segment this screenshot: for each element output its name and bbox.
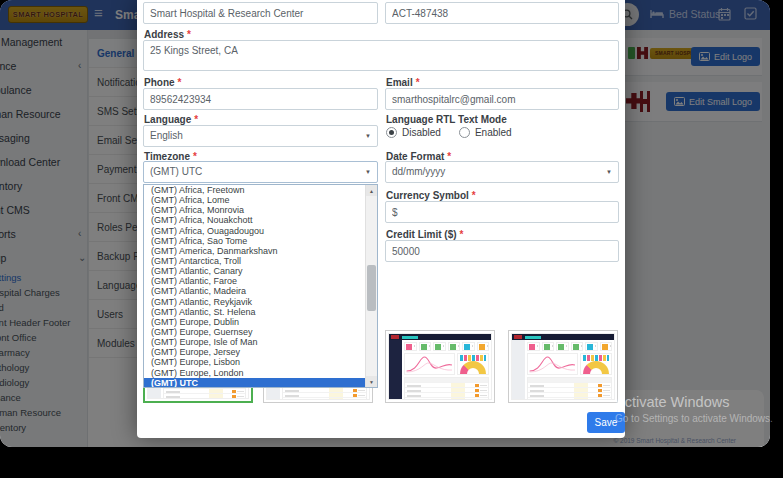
radio-selected-icon — [386, 127, 397, 138]
general-setting-modal: Address* 25 Kings Street, CA Phone* Emai… — [137, 0, 625, 438]
timezone-option[interactable]: (GMT) Africa, Nouakchott — [144, 215, 377, 225]
rtl-mode-label: Language RTL Text Mode — [386, 114, 507, 125]
currency-symbol-input[interactable] — [385, 201, 619, 223]
rtl-mode-radios: Disabled Enabled — [386, 127, 512, 138]
address-textarea[interactable]: 25 Kings Street, CA — [143, 40, 619, 71]
timezone-option[interactable]: (GMT) Atlantic, Canary — [144, 266, 377, 276]
theme-thumbnail[interactable] — [508, 330, 618, 403]
language-select[interactable]: English▼ — [143, 125, 378, 147]
phone-input[interactable] — [143, 88, 378, 110]
timezone-option[interactable]: (GMT) Africa, Sao Tome — [144, 236, 377, 246]
theme-preview-image — [388, 333, 492, 400]
email-input[interactable] — [385, 88, 619, 110]
timezone-option[interactable]: (GMT) Europe, Dublin — [144, 317, 377, 327]
timezone-option[interactable]: (GMT) Africa, Lome — [144, 195, 377, 205]
email-label: Email* — [386, 77, 420, 88]
timezone-option[interactable]: (GMT) Africa, Monrovia — [144, 205, 377, 215]
timezone-option[interactable]: (GMT) Europe, Jersey — [144, 347, 377, 357]
theme-thumbnail[interactable] — [385, 330, 495, 403]
timezone-option[interactable]: (GMT) Africa, Ouagadougou — [144, 226, 377, 236]
address-label: Address* — [144, 29, 191, 40]
timezone-dropdown-list: (GMT) Africa, Freetown (GMT) Africa, Lom… — [143, 184, 378, 388]
timezone-option[interactable]: (GMT) Atlantic, St. Helena — [144, 307, 377, 317]
credit-limit-input[interactable] — [385, 240, 619, 262]
screenshot-canvas: SMART HOSPITAL ≡ Smart Hospital & Resear… — [0, 0, 783, 478]
scroll-up-icon[interactable]: ▲ — [366, 185, 377, 196]
timezone-option[interactable]: (GMT) Europe, Isle of Man — [144, 337, 377, 347]
timezone-option[interactable]: (GMT) Atlantic, Faroe — [144, 276, 377, 286]
hospital-name-input[interactable] — [143, 2, 378, 24]
timezone-option[interactable]: (GMT) Europe, London — [144, 368, 377, 378]
watermark-subtitle: Go to Settings to activate Windows. — [615, 413, 773, 424]
hospital-code-input[interactable] — [385, 2, 619, 24]
timezone-option[interactable]: (GMT) Antarctica, Troll — [144, 256, 377, 266]
rtl-disabled-radio[interactable]: Disabled — [386, 127, 441, 138]
chevron-down-icon: ▼ — [365, 162, 371, 182]
timezone-option[interactable]: (GMT) UTC — [144, 378, 377, 388]
phone-label: Phone* — [144, 77, 181, 88]
timezone-option[interactable]: (GMT) America, Danmarkshavn — [144, 246, 377, 256]
language-label: Language* — [144, 114, 198, 125]
timezone-option[interactable]: (GMT) Europe, Guernsey — [144, 327, 377, 337]
chevron-down-icon: ▼ — [606, 162, 612, 182]
timezone-option[interactable]: (GMT) Atlantic, Reykjavik — [144, 297, 377, 307]
timezone-option[interactable]: (GMT) Atlantic, Madeira — [144, 286, 377, 296]
credit-limit-label: Credit Limit ($)* — [386, 229, 463, 240]
rtl-enabled-radio[interactable]: Enabled — [459, 127, 512, 138]
scroll-down-icon[interactable]: ▼ — [366, 376, 377, 387]
chevron-down-icon: ▼ — [365, 126, 371, 146]
timezone-option[interactable]: (GMT) Europe, Lisbon — [144, 357, 377, 367]
currency-symbol-label: Currency Symbol* — [386, 190, 476, 201]
dropdown-scrollbar[interactable]: ▲ ▼ — [365, 185, 377, 387]
activate-windows-watermark: Activate Windows Go to Settings to activ… — [615, 394, 773, 424]
radio-icon — [459, 127, 470, 138]
timezone-select[interactable]: (GMT) UTC▼ — [143, 161, 378, 183]
date-format-select[interactable]: dd/mm/yyyy▼ — [385, 161, 619, 183]
scrollbar-thumb[interactable] — [367, 265, 376, 311]
timezone-option[interactable]: (GMT) Africa, Freetown — [144, 185, 377, 195]
watermark-title: Activate Windows — [615, 394, 773, 410]
theme-preview-image — [511, 333, 615, 400]
